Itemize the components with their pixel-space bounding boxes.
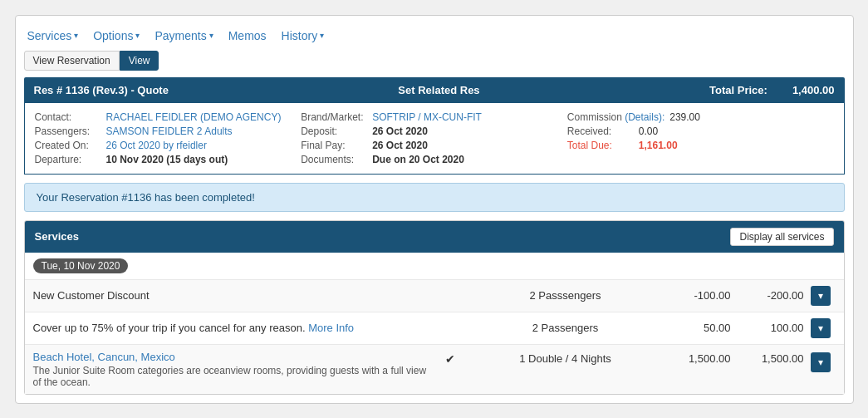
date-badge: Tue, 10 Nov 2020 — [33, 258, 129, 273]
service-row: New Customer Discount 2 Passsengers -100… — [25, 279, 844, 312]
view-reservation-row: View Reservation View — [24, 51, 845, 71]
service-action-2: ▾ — [811, 318, 836, 338]
reservation-header: Res # 1136 (Rev.3) - Quote Set Related R… — [24, 77, 845, 103]
history-dropdown-arrow: ▾ — [320, 31, 324, 40]
service-name-col-1: New Customer Discount — [33, 289, 435, 302]
contact-value[interactable]: RACHAEL FEIDLER (DEMO AGENCY) — [106, 111, 282, 123]
res-col-2: Brand/Market: SOFTRIP / MX-CUN-FIT Depos… — [301, 111, 567, 165]
service-total-3: 1,500.00 — [738, 352, 804, 365]
commission-row: Commission (Details): 239.00 — [567, 111, 834, 123]
received-row: Received: 0.00 — [567, 125, 834, 137]
service-row: Cover up to 75% of your trip if you canc… — [25, 312, 844, 344]
service-dropdown-2[interactable]: ▾ — [811, 318, 831, 338]
nav-services[interactable]: Services ▾ — [27, 29, 79, 42]
deposit-value: 26 Oct 2020 — [372, 125, 428, 137]
service-passengers-3: 1 Double / 4 Nights — [465, 352, 666, 365]
commission-details: (Details): — [625, 111, 664, 123]
created-value[interactable]: 26 Oct 2020 by rfeidler — [106, 140, 207, 151]
services-section: Services Display all services Tue, 10 No… — [24, 220, 845, 395]
service-check-3: ✔ — [442, 352, 459, 366]
contact-row: Contact: RACHAEL FEIDLER (DEMO AGENCY) — [35, 111, 302, 123]
nav-history[interactable]: History ▾ — [282, 29, 325, 42]
nav-payments[interactable]: Payments ▾ — [154, 29, 213, 42]
service-passengers-1: 2 Passsengers — [465, 289, 666, 302]
total-price-section: Total Price: 1,400.00 — [709, 84, 834, 96]
services-header: Services Display all services — [25, 221, 844, 253]
date-badge-row: Tue, 10 Nov 2020 — [25, 253, 844, 279]
options-dropdown-arrow: ▾ — [135, 31, 140, 40]
display-all-services-button[interactable]: Display all services — [730, 228, 833, 246]
nav-memos[interactable]: Memos — [228, 29, 267, 42]
service-price-2: 50.00 — [673, 322, 731, 334]
more-info-link[interactable]: More Info — [308, 322, 354, 334]
service-row: Beach Hotel, Cancun, Mexico The Junior S… — [25, 344, 844, 394]
top-nav: Services ▾ Options ▾ Payments ▾ Memos Hi… — [24, 24, 845, 51]
passengers-value[interactable]: SAMSON FEIDLER 2 Adults — [106, 125, 233, 137]
service-name-2: Cover up to 75% of your trip if you canc… — [33, 322, 435, 334]
totaldue-value: 1,161.00 — [639, 140, 678, 151]
services-dropdown-arrow: ▾ — [74, 31, 78, 40]
res-col-3: Commission (Details): 239.00 Received: 0… — [567, 111, 834, 165]
view-reservation-button[interactable]: View Reservation — [24, 51, 120, 71]
service-action-3: ▾ — [811, 352, 836, 372]
service-desc-3: The Junior Suite Room categories are oce… — [33, 365, 435, 388]
completion-notice: Your Reservation #1136 has been complete… — [24, 183, 845, 212]
brand-row: Brand/Market: SOFTRIP / MX-CUN-FIT — [301, 111, 567, 123]
commission-label: Commission (Details): — [567, 111, 664, 123]
service-total-1: -200.00 — [738, 289, 804, 302]
totaldue-row: Total Due: 1,161.00 — [567, 140, 834, 151]
service-dropdown-3[interactable]: ▾ — [811, 352, 831, 372]
documents-row: Documents: Due on 20 Oct 2020 — [301, 154, 567, 165]
service-name-col-3: Beach Hotel, Cancun, Mexico The Junior S… — [33, 351, 435, 388]
nav-options[interactable]: Options ▾ — [93, 29, 140, 42]
res-col-1: Contact: RACHAEL FEIDLER (DEMO AGENCY) P… — [35, 111, 302, 165]
services-title: Services — [35, 230, 80, 243]
service-name-3[interactable]: Beach Hotel, Cancun, Mexico — [33, 351, 435, 363]
commission-value: 239.00 — [669, 111, 700, 123]
created-row: Created On: 26 Oct 2020 by rfeidler — [35, 140, 302, 151]
finalpay-row: Final Pay: 26 Oct 2020 — [301, 140, 567, 151]
service-total-2: 100.00 — [738, 322, 804, 334]
service-price-3: 1,500.00 — [673, 352, 731, 365]
view-button[interactable]: View — [120, 51, 159, 71]
set-related-res[interactable]: Set Related Res — [169, 84, 709, 96]
res-number: Res # 1136 (Rev.3) - Quote — [34, 84, 169, 96]
passengers-row: Passengers: SAMSON FEIDLER 2 Adults — [35, 125, 302, 137]
brand-value[interactable]: SOFTRIP / MX-CUN-FIT — [372, 111, 482, 123]
departure-value: 10 Nov 2020 (15 days out) — [106, 154, 228, 165]
service-passengers-2: 2 Passengers — [465, 322, 666, 334]
documents-value: Due on 20 Oct 2020 — [372, 154, 464, 165]
finalpay-value: 26 Oct 2020 — [372, 140, 428, 151]
payments-dropdown-arrow: ▾ — [209, 31, 213, 40]
main-container: Services ▾ Options ▾ Payments ▾ Memos Hi… — [15, 15, 854, 404]
departure-row: Departure: 10 Nov 2020 (15 days out) — [35, 154, 302, 165]
service-dropdown-1[interactable]: ▾ — [811, 286, 831, 306]
received-value: 0.00 — [639, 125, 658, 137]
service-name-1: New Customer Discount — [33, 289, 435, 302]
deposit-row: Deposit: 26 Oct 2020 — [301, 125, 567, 137]
service-action-1: ▾ — [811, 286, 836, 306]
reservation-details: Contact: RACHAEL FEIDLER (DEMO AGENCY) P… — [24, 103, 845, 175]
service-name-col-2: Cover up to 75% of your trip if you canc… — [33, 322, 435, 334]
service-price-1: -100.00 — [673, 289, 731, 302]
